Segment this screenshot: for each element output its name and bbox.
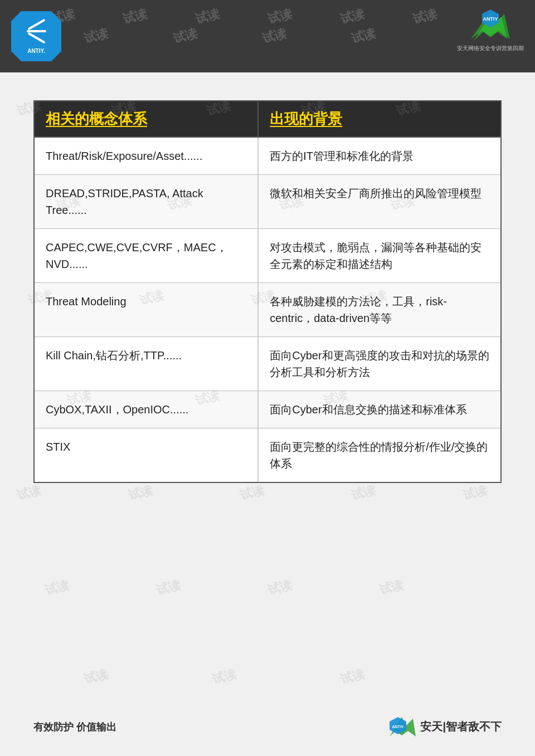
logo-line-1 bbox=[27, 18, 45, 30]
watermark: 试读 bbox=[82, 25, 110, 47]
logo-icon bbox=[22, 19, 50, 47]
table-row: Threat Modeling各种威胁建模的方法论，工具，risk-centri… bbox=[34, 283, 501, 337]
table-cell-col1: CybOX,TAXII，OpenIOC...... bbox=[34, 391, 258, 428]
table-cell-col1: CAPEC,CWE,CVE,CVRF，MAEC，NVD...... bbox=[34, 229, 258, 283]
table-row: Kill Chain,钻石分析,TTP......面向Cyber和更高强度的攻击… bbox=[34, 337, 501, 391]
table-header-row: 相关的概念体系 出现的背景 bbox=[34, 101, 501, 137]
watermark: 试读 bbox=[193, 6, 221, 28]
header: 试读 试读 试读 试读 试读 试读 试读 试读 试读 试读 ANTIY. ANT… bbox=[0, 0, 535, 72]
table-cell-col2: 西方的IT管理和标准化的背景 bbox=[258, 137, 501, 175]
table-cell-col2: 微软和相关安全厂商所推出的风险管理模型 bbox=[258, 175, 501, 229]
table-row: CybOX,TAXII，OpenIOC......面向Cyber和信息交换的描述… bbox=[34, 391, 501, 428]
logo-line-3 bbox=[27, 32, 45, 43]
footer-left-text: 有效防护 价值输出 bbox=[33, 720, 116, 734]
watermark: 试读 bbox=[171, 25, 199, 47]
table-cell-col1: DREAD,STRIDE,PASTA, Attack Tree...... bbox=[34, 175, 258, 229]
table-cell-col2: 对攻击模式，脆弱点，漏洞等各种基础的安全元素的标定和描述结构 bbox=[258, 229, 501, 283]
table-cell-col1: Kill Chain,钻石分析,TTP...... bbox=[34, 337, 258, 391]
watermark: 试读 bbox=[338, 6, 366, 28]
col1-header-text: 相关的概念体系 bbox=[46, 110, 147, 127]
watermark: 试读 bbox=[260, 25, 288, 47]
body-watermark: 试读 bbox=[82, 666, 110, 688]
body-watermark: 试读 bbox=[377, 577, 405, 599]
table-row: Threat/Risk/Exposure/Asset......西方的IT管理和… bbox=[34, 137, 501, 175]
body-watermark: 试读 bbox=[154, 577, 182, 599]
watermark: 试读 bbox=[266, 6, 294, 28]
table-cell-col1: Threat Modeling bbox=[34, 283, 258, 337]
col1-header: 相关的概念体系 bbox=[34, 101, 258, 137]
table-cell-col2: 面向更完整的综合性的情报分析/作业/交换的体系 bbox=[258, 428, 501, 483]
body-watermark: 试读 bbox=[338, 666, 366, 688]
svg-text:ANTIY: ANTIY bbox=[392, 725, 404, 729]
table-row: STIX面向更完整的综合性的情报分析/作业/交换的体系 bbox=[34, 428, 501, 483]
main-content: 相关的概念体系 出现的背景 Threat/Risk/Exposure/Asset… bbox=[0, 72, 535, 505]
table-row: CAPEC,CWE,CVE,CVRF，MAEC，NVD......对攻击模式，脆… bbox=[34, 229, 501, 283]
table-row: DREAD,STRIDE,PASTA, Attack Tree......微软和… bbox=[34, 175, 501, 229]
watermark: 试读 bbox=[411, 6, 439, 28]
table-cell-col1: STIX bbox=[34, 428, 258, 483]
watermark: 试读 bbox=[121, 6, 149, 28]
table-body: Threat/Risk/Exposure/Asset......西方的IT管理和… bbox=[34, 137, 501, 482]
col2-header-text: 出现的背景 bbox=[270, 110, 342, 127]
watermark: 试读 bbox=[349, 25, 377, 47]
table-cell-col1: Threat/Risk/Exposure/Asset...... bbox=[34, 137, 258, 175]
footer-logo: ANTIY 安天|智者敌不下 bbox=[387, 714, 502, 739]
header-right-logo: ANTIY 安天网络安全专训营第四期 bbox=[457, 8, 524, 52]
col2-header: 出现的背景 bbox=[258, 101, 501, 137]
body-watermark: 试读 bbox=[210, 666, 238, 688]
footer-logo-text: 安天|智者敌不下 bbox=[420, 719, 502, 734]
body-watermark: 试读 bbox=[43, 577, 71, 599]
header-logo: ANTIY. bbox=[11, 11, 61, 61]
logo-text: ANTIY. bbox=[27, 48, 45, 54]
svg-text:ANTIY: ANTIY bbox=[483, 16, 498, 22]
header-right-logo-subtext: 安天网络安全专训营第四期 bbox=[457, 45, 524, 52]
table-cell-col2: 各种威胁建模的方法论，工具，risk-centric，data-driven等等 bbox=[258, 283, 501, 337]
footer: 有效防护 价值输出 ANTIY 安天|智者敌不下 bbox=[0, 714, 535, 739]
table-cell-col2: 面向Cyber和更高强度的攻击和对抗的场景的分析工具和分析方法 bbox=[258, 337, 501, 391]
header-right-logo-icon: ANTIY bbox=[465, 8, 515, 45]
body-watermark: 试读 bbox=[266, 577, 294, 599]
concept-table: 相关的概念体系 出现的背景 Threat/Risk/Exposure/Asset… bbox=[33, 100, 502, 483]
table-cell-col2: 面向Cyber和信息交换的描述和标准体系 bbox=[258, 391, 501, 428]
footer-logo-icon: ANTIY bbox=[387, 714, 417, 739]
logo-line-2 bbox=[27, 30, 46, 32]
